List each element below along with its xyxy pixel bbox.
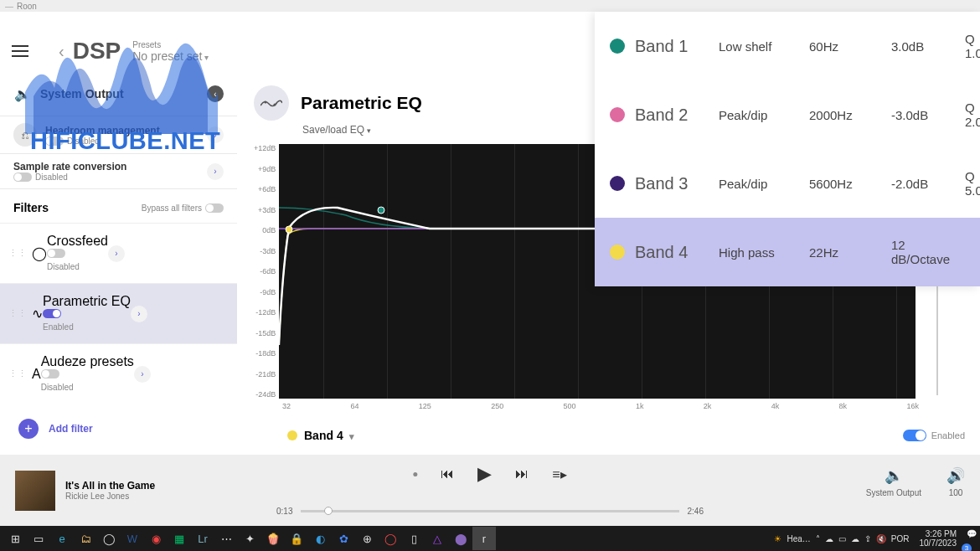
module-name: Sample rate conversion bbox=[13, 161, 207, 173]
roon-taskbar-icon[interactable]: r bbox=[472, 527, 496, 550]
onedrive-icon[interactable]: ☁ bbox=[825, 534, 833, 543]
filter-parametric-eq[interactable]: ⋮⋮ ∿ Parametric EQ Enabled › bbox=[0, 283, 237, 343]
edge-icon[interactable]: e bbox=[50, 527, 74, 550]
track-artist: Rickie Lee Jones bbox=[65, 492, 155, 501]
app-icon[interactable]: ▯ bbox=[402, 527, 426, 550]
add-filter-button[interactable]: + Add filter bbox=[0, 404, 237, 454]
lang-indicator[interactable]: POR bbox=[891, 534, 910, 543]
module-state: Disabled bbox=[67, 136, 100, 146]
chevron-right-icon[interactable]: › bbox=[207, 163, 224, 180]
chrome-icon[interactable]: ◯ bbox=[97, 527, 121, 550]
lightroom-icon[interactable]: Lr bbox=[191, 527, 214, 550]
system-output-header[interactable]: 🔈 System Output ‹ bbox=[0, 72, 237, 116]
app-root: HIFICLUBE.NET ‹ DSP Presets No preset se… bbox=[0, 12, 980, 455]
cloud-icon[interactable]: ☁ bbox=[851, 534, 859, 543]
hamburger-icon[interactable] bbox=[12, 45, 28, 57]
progress-track[interactable] bbox=[301, 510, 678, 512]
x-axis: 32641252505001k2k4k8k16k bbox=[282, 402, 919, 410]
window-titlebar: — Roon bbox=[0, 0, 980, 12]
app-icon[interactable]: ✿ bbox=[332, 527, 355, 550]
band-row[interactable]: Band 3 Peak/dip 5600Hz -2.0dB Q 5.0 bbox=[595, 149, 980, 218]
app-icon[interactable]: ⬤ bbox=[449, 527, 472, 550]
app-icon[interactable]: ◐ bbox=[308, 527, 332, 550]
progress-row: 0:13 2:46 bbox=[276, 507, 704, 516]
presets-block: Presets No preset set bbox=[132, 40, 209, 63]
volume-control[interactable]: 🔊 100 bbox=[946, 466, 965, 497]
filter-state: Disabled bbox=[41, 383, 74, 392]
chevron-right-icon[interactable]: › bbox=[131, 306, 147, 322]
toggle[interactable] bbox=[45, 136, 64, 146]
app-icon[interactable]: ▦ bbox=[168, 527, 191, 550]
band-point-1[interactable] bbox=[377, 207, 384, 214]
chevron-right-icon[interactable]: › bbox=[207, 126, 224, 143]
chevron-right-icon[interactable]: › bbox=[134, 366, 151, 383]
filters-header: Filters Bypass all filters bbox=[0, 189, 237, 223]
battery-icon[interactable]: ▭ bbox=[838, 534, 846, 543]
band-row[interactable]: Band 2 Peak/dip 2000Hz -3.0dB Q 2.0 bbox=[595, 80, 980, 149]
band-color-dot bbox=[610, 107, 625, 122]
speaker-icon: 🔈 bbox=[13, 82, 32, 106]
module-sample-rate[interactable]: Sample rate conversion Disabled › bbox=[0, 154, 237, 189]
y-axis: +12dB+9dB+6dB+3dB0dB-3dB-6dB-9dB-12dB-15… bbox=[254, 144, 279, 399]
app-icon[interactable]: ◯ bbox=[379, 527, 402, 550]
tray-chevron-icon[interactable]: ˄ bbox=[816, 534, 820, 543]
app-icon[interactable]: ◉ bbox=[144, 527, 168, 550]
svg-point-1 bbox=[274, 104, 276, 106]
toggle[interactable] bbox=[41, 369, 59, 378]
play-button[interactable]: ▶ bbox=[477, 463, 492, 485]
dsp-label: DSP bbox=[73, 38, 121, 64]
app-icon[interactable]: △ bbox=[426, 527, 449, 550]
wifi-icon[interactable]: ⇪ bbox=[864, 534, 871, 543]
filters-title: Filters bbox=[13, 201, 49, 214]
track-info[interactable]: It's All in the Game Rickie Lee Jones bbox=[65, 480, 155, 501]
player-bar: It's All in the Game Rickie Lee Jones ⏮ … bbox=[0, 455, 980, 526]
toggle[interactable] bbox=[205, 203, 224, 213]
filter-crossfeed[interactable]: ⋮⋮ ◯ Crossfeed Disabled › bbox=[0, 223, 237, 283]
album-cover[interactable] bbox=[15, 471, 55, 511]
band-row[interactable]: Band 1 Low shelf 60Hz 3.0dB Q 1.0 bbox=[595, 12, 980, 80]
band-selector[interactable]: Band 4 bbox=[287, 429, 354, 442]
previous-button[interactable]: ⏮ bbox=[441, 466, 454, 481]
preset-selector[interactable]: No preset set bbox=[132, 49, 209, 63]
bypass-all-filters[interactable]: Bypass all filters bbox=[142, 203, 224, 213]
toggle[interactable] bbox=[47, 249, 65, 258]
tidal-icon[interactable]: ✦ bbox=[238, 527, 261, 550]
weather-icon[interactable]: ☀ bbox=[774, 534, 781, 543]
notifications-icon[interactable]: 💬3 bbox=[967, 529, 977, 548]
chevron-right-icon[interactable]: › bbox=[108, 245, 125, 262]
filter-audeze[interactable]: ⋮⋮ A Audeze presets Disabled › bbox=[0, 343, 237, 404]
band-enabled-switch[interactable]: Enabled bbox=[903, 430, 965, 441]
weather-label[interactable]: Hea… bbox=[787, 534, 810, 543]
selected-band-name: Band 4 bbox=[304, 429, 354, 442]
band-row[interactable]: Band 4 High pass 22Hz 12 dB/Octave bbox=[595, 218, 980, 286]
drag-handle-icon[interactable]: ⋮⋮ bbox=[8, 368, 27, 379]
app-icon[interactable]: 🔒 bbox=[285, 527, 308, 550]
task-view-icon[interactable]: ▭ bbox=[27, 527, 50, 550]
minimize-icon[interactable]: — bbox=[5, 2, 13, 11]
explorer-icon[interactable]: 🗂 bbox=[74, 527, 97, 550]
svg-point-0 bbox=[265, 101, 267, 104]
start-button[interactable]: ⊞ bbox=[3, 527, 27, 550]
output-device[interactable]: 🔈 System Output bbox=[866, 466, 921, 497]
queue-button[interactable]: ≡▸ bbox=[552, 466, 566, 482]
toggle[interactable] bbox=[13, 173, 32, 182]
toggle[interactable] bbox=[43, 309, 61, 318]
back-chevron-icon[interactable]: ‹ bbox=[59, 42, 64, 61]
audeze-icon: A bbox=[32, 367, 41, 382]
elapsed-time: 0:13 bbox=[276, 507, 292, 516]
volume-icon: 🔊 bbox=[946, 466, 965, 485]
drag-handle-icon[interactable]: ⋮⋮ bbox=[8, 248, 27, 259]
progress-thumb[interactable] bbox=[324, 507, 333, 515]
clock[interactable]: 3:26 PM 10/7/2023 bbox=[915, 529, 962, 548]
sound-icon[interactable]: 🔇 bbox=[876, 534, 886, 543]
module-headroom[interactable]: ⎌ Headroom management Disabled › bbox=[0, 116, 237, 154]
app-icon[interactable]: ⊕ bbox=[355, 527, 379, 550]
band-point-4[interactable] bbox=[285, 225, 292, 233]
drag-handle-icon[interactable]: ⋮⋮ bbox=[8, 308, 27, 319]
next-button[interactable]: ⏭ bbox=[515, 466, 529, 481]
band-color-dot bbox=[287, 430, 297, 440]
word-icon[interactable]: W bbox=[121, 527, 144, 550]
app-icon[interactable]: 🍿 bbox=[261, 527, 285, 550]
chevron-left-icon[interactable]: ‹ bbox=[207, 85, 224, 102]
app-icon[interactable]: ⋯ bbox=[214, 527, 238, 550]
